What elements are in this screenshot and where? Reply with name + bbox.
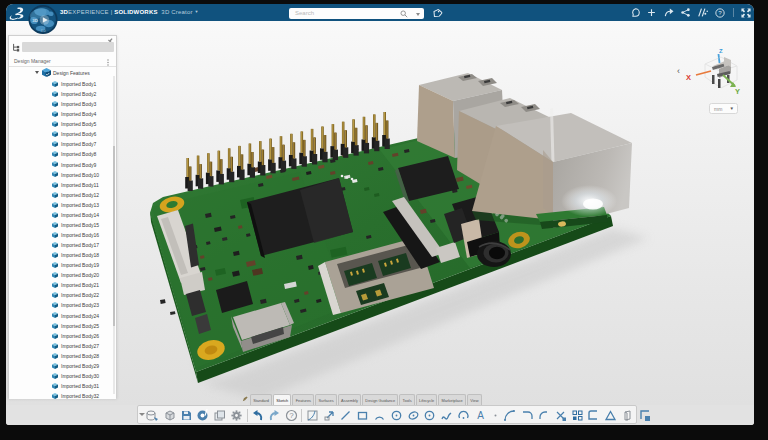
svg-text:X: X xyxy=(686,73,691,82)
svg-text:Y: Y xyxy=(735,87,740,96)
svg-text:A: A xyxy=(477,410,484,421)
svg-text:4.0: 4.0 xyxy=(41,29,46,33)
svg-text:3D: 3D xyxy=(32,18,38,23)
svg-text:?: ? xyxy=(289,411,294,420)
svg-text:Z: Z xyxy=(719,48,723,54)
svg-text:?: ? xyxy=(718,9,722,16)
